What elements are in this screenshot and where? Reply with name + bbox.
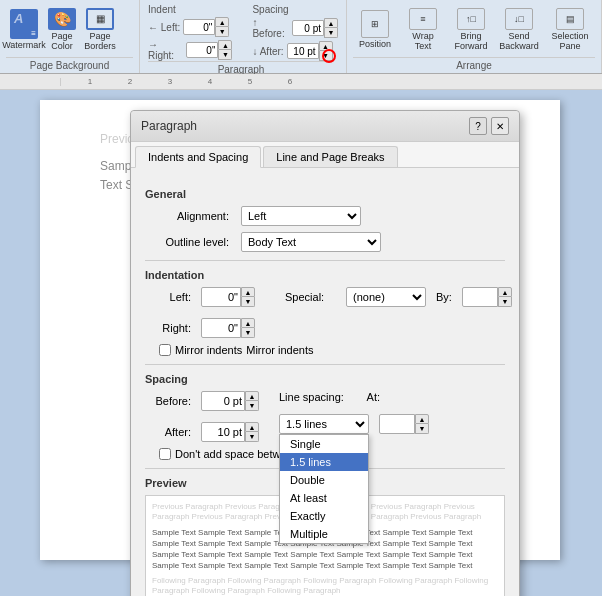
alignment-row: Alignment: Left Center Right Justified [145, 206, 505, 226]
line-spacing-value-row: Single 1.5 lines Double At least Exactly… [279, 414, 429, 434]
page-borders-button[interactable]: ▦ PageBorders [82, 8, 118, 52]
line-spacing-dropdown[interactable]: Single 1.5 lines Double At least Exactly… [279, 434, 369, 544]
by-field[interactable] [462, 287, 498, 307]
dialog-content: General Alignment: Left Center Right Jus… [131, 168, 519, 596]
at-increment[interactable]: ▲ [415, 414, 429, 424]
spacing-before-field[interactable] [201, 391, 245, 411]
indent-left-down[interactable]: ▼ [215, 27, 229, 37]
tab-indents-spacing[interactable]: Indents and Spacing [135, 146, 261, 168]
paragraph-launcher-indicator[interactable] [322, 49, 336, 63]
dialog-controls: ? ✕ [469, 117, 509, 135]
page-color-button[interactable]: 🎨 PageColor [44, 8, 80, 52]
dropdown-1-5-lines[interactable]: 1.5 lines [280, 453, 368, 471]
spacing-after-decrement[interactable]: ▼ [245, 432, 259, 442]
outline-level-label: Outline level: [145, 236, 235, 248]
indent-left-label: Left: [145, 291, 195, 303]
mirror-indents-text: Mirror indents [246, 344, 313, 356]
selection-pane-label: SelectionPane [551, 32, 588, 52]
ruler: 1 2 3 4 5 6 [0, 74, 602, 90]
dialog-close-button[interactable]: ✕ [491, 117, 509, 135]
spacing-section-label: Spacing [145, 373, 505, 385]
indent-left-input[interactable] [183, 19, 215, 35]
spacing-before-down[interactable]: ▼ [324, 28, 338, 38]
indent-right-input[interactable] [186, 42, 218, 58]
paragraph-group: Indent ← Left: ▲ ▼ → Right: [140, 0, 347, 73]
spacing-before-up[interactable]: ▲ [324, 18, 338, 28]
selection-pane-button[interactable]: ▤ SelectionPane [545, 8, 595, 52]
by-label: By: [436, 291, 456, 303]
tab-line-page-breaks[interactable]: Line and Page Breaks [263, 146, 397, 167]
indent-right-field[interactable] [201, 318, 241, 338]
indent-left-field[interactable] [201, 287, 241, 307]
page-borders-label: PageBorders [84, 32, 116, 52]
indent-right-up[interactable]: ▲ [218, 40, 232, 50]
bring-forward-button[interactable]: ↑□ BringForward [449, 8, 493, 52]
indent-right-decrement[interactable]: ▼ [241, 328, 255, 338]
indent-right-increment[interactable]: ▲ [241, 318, 255, 328]
spacing-before-decrement[interactable]: ▼ [245, 401, 259, 411]
special-label: Special: [285, 291, 340, 303]
indent-left-decrement[interactable]: ▼ [241, 297, 255, 307]
indent-right-row: Right: ▲ ▼ [145, 318, 255, 338]
line-spacing-select[interactable]: Single 1.5 lines Double At least Exactly… [279, 414, 369, 434]
paragraph-dialog: Paragraph ? ✕ Indents and Spacing Line a… [130, 110, 520, 596]
spacing-before-ribbon-input[interactable] [292, 20, 324, 36]
indent-left-spinner: ▲ ▼ [201, 287, 255, 307]
outline-level-select[interactable]: Body Text Level 1 Level 2 [241, 232, 381, 252]
at-spinner: ▲ ▼ [379, 414, 429, 434]
send-backward-button[interactable]: ↓□ SendBackward [497, 8, 541, 52]
by-increment[interactable]: ▲ [498, 287, 512, 297]
dropdown-single[interactable]: Single [280, 435, 368, 453]
send-backward-label: SendBackward [499, 32, 539, 52]
position-button[interactable]: ⊞ Position [353, 8, 397, 52]
page-color-label: PageColor [51, 32, 73, 52]
dropdown-double[interactable]: Double [280, 471, 368, 489]
wrap-text-label: WrapText [412, 32, 433, 52]
dropdown-multiple[interactable]: Multiple [280, 525, 368, 543]
special-select[interactable]: (none) First line Hanging [346, 287, 426, 307]
special-row: Special: (none) First line Hanging By: ▲ [285, 287, 512, 307]
spacing-after-ribbon-input[interactable] [287, 43, 319, 59]
dialog-titlebar: Paragraph ? ✕ [131, 111, 519, 142]
watermark-label: Watermark [2, 41, 46, 51]
indent-right-down[interactable]: ▼ [218, 50, 232, 60]
line-spacing-row: Line spacing: At: [279, 391, 429, 403]
mirror-indents-row: Mirror indents Mirror indents [159, 344, 505, 356]
at-label: At: [365, 391, 383, 403]
spacing-after-field[interactable] [201, 422, 245, 442]
indent-left-up[interactable]: ▲ [215, 17, 229, 27]
indent-right-label: Right: [145, 322, 195, 334]
spacing-after-spinner: ▲ ▼ [201, 422, 259, 442]
spacing-after-row: After: ▲ ▼ [145, 422, 259, 442]
indent-left-increment[interactable]: ▲ [241, 287, 255, 297]
ribbon: A ≡ Watermark 🎨 PageColor ▦ PageBorders [0, 0, 602, 74]
at-field[interactable] [379, 414, 415, 434]
mirror-indents-label: Mirror indents [175, 344, 242, 356]
mirror-indents-checkbox[interactable] [159, 344, 171, 356]
wrap-text-button[interactable]: ≡ WrapText [401, 8, 445, 52]
dropdown-exactly[interactable]: Exactly [280, 507, 368, 525]
dialog-help-button[interactable]: ? [469, 117, 487, 135]
alignment-select[interactable]: Left Center Right Justified [241, 206, 361, 226]
spacing-after-increment[interactable]: ▲ [245, 422, 259, 432]
indent-right-spinner: ▲ ▼ [201, 318, 255, 338]
dialog-tabs: Indents and Spacing Line and Page Breaks [131, 142, 519, 168]
by-spinner: ▲ ▼ [462, 287, 512, 307]
by-decrement[interactable]: ▼ [498, 297, 512, 307]
dropdown-at-least[interactable]: At least [280, 489, 368, 507]
arrange-group: ⊞ Position ≡ WrapText ↑□ BringForward ↓□… [347, 0, 602, 73]
indentation-section-label: Indentation [145, 269, 505, 281]
line-spacing-label: Line spacing: [279, 391, 359, 403]
outline-level-row: Outline level: Body Text Level 1 Level 2 [145, 232, 505, 252]
bring-forward-label: BringForward [454, 32, 487, 52]
watermark-button[interactable]: A ≡ Watermark [6, 8, 42, 52]
page-background-group: A ≡ Watermark 🎨 PageColor ▦ PageBorders [0, 0, 140, 73]
arrange-group-label: Arrange [353, 57, 595, 71]
position-label: Position [359, 40, 391, 50]
alignment-label: Alignment: [145, 210, 235, 222]
spacing-before-increment[interactable]: ▲ [245, 391, 259, 401]
dont-add-space-checkbox[interactable] [159, 448, 171, 460]
dialog-title: Paragraph [141, 119, 197, 133]
page-bg-group-label: Page Background [6, 57, 133, 71]
at-decrement[interactable]: ▼ [415, 424, 429, 434]
